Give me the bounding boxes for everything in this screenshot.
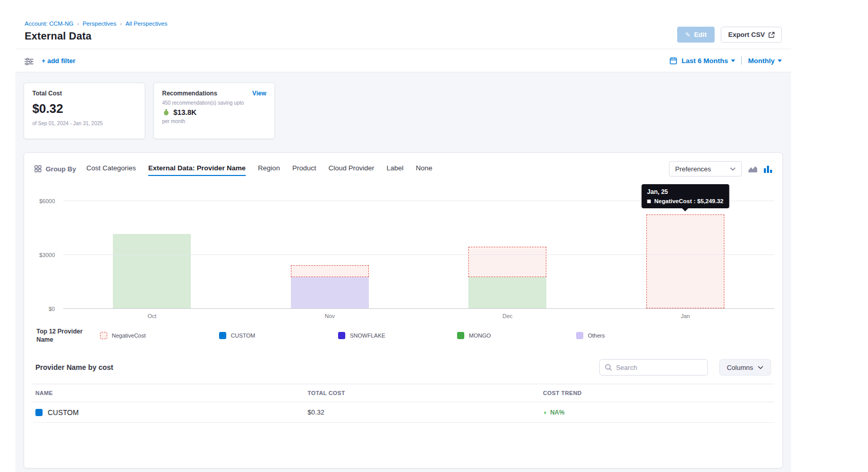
- total-cost-period: of Sep 01, 2024 - Jan 31, 2025: [32, 121, 136, 126]
- calendar-icon: [669, 57, 677, 65]
- breadcrumb: Account: CCM-NG›Perspectives›All Perspec…: [25, 21, 167, 27]
- legend-item-others[interactable]: Others: [576, 332, 695, 339]
- groupby-tab-none[interactable]: None: [416, 162, 432, 176]
- bar-jan[interactable]: [646, 201, 724, 308]
- breadcrumb-link[interactable]: Perspectives: [83, 21, 116, 27]
- legend-swatch: [100, 332, 107, 339]
- bar-nov[interactable]: [291, 201, 369, 308]
- columns-button[interactable]: Columns: [719, 359, 771, 376]
- legend-item-mongo[interactable]: MONGO: [457, 332, 576, 339]
- groupby-tab-cloud-provider[interactable]: Cloud Provider: [328, 162, 374, 176]
- header-actions: ✎ Edit Export CSV: [677, 21, 782, 43]
- chart-gridline: [63, 254, 774, 255]
- area-chart-toggle-icon[interactable]: [748, 165, 758, 173]
- legend-item-custom[interactable]: CUSTOM: [219, 332, 338, 339]
- chart-controls: Preferences: [669, 161, 772, 176]
- page-title: External Data: [25, 30, 167, 42]
- export-csv-label: Export CSV: [728, 31, 765, 38]
- legend-swatch: [576, 332, 583, 339]
- groupby-tabs: Cost CategoriesExternal Data: Provider N…: [86, 162, 432, 176]
- tooltip-entry: NegativeCost : $5,249.32: [654, 198, 723, 204]
- summary-cards: Total Cost $0.32 of Sep 01, 2024 - Jan 3…: [24, 83, 783, 139]
- search-input[interactable]: [616, 364, 702, 371]
- table-row[interactable]: CUSTOM$0.32▲NA%: [32, 402, 774, 423]
- content-area: Total Cost $0.32 of Sep 01, 2024 - Jan 3…: [15, 72, 791, 472]
- column-header-name[interactable]: NAME: [35, 390, 308, 396]
- total-cost-value: $0.32: [32, 102, 136, 116]
- external-link-icon: [768, 32, 775, 38]
- legend-swatch: [338, 332, 345, 339]
- cell-cost-trend: ▲NA%: [543, 409, 771, 416]
- app-root: Account: CCM-NG›Perspectives›All Perspec…: [15, 15, 791, 472]
- groupby-tab-cost-categories[interactable]: Cost Categories: [86, 162, 136, 176]
- table-title: Provider Name by cost: [35, 363, 113, 371]
- cell-total-cost: $0.32: [308, 408, 543, 416]
- provider-name: CUSTOM: [48, 408, 78, 417]
- recommendations-card: Recommendations View 450 recommendation(…: [153, 83, 275, 139]
- header-left: Account: CCM-NG›Perspectives›All Perspec…: [25, 21, 167, 42]
- cost-chart: $0$3000$6000 Jan, 25 NegativeCost : $5,2…: [32, 201, 774, 321]
- legend-label: MONGO: [469, 332, 491, 339]
- breadcrumb-separator: ›: [120, 21, 122, 27]
- tooltip-title: Jan, 25: [647, 188, 723, 195]
- column-header-total-cost[interactable]: TOTAL COST: [308, 390, 543, 396]
- legend-title: Top 12 Provider Name: [36, 327, 96, 344]
- edit-button[interactable]: ✎ Edit: [677, 27, 715, 43]
- chevron-down-icon: [758, 366, 763, 369]
- legend-item-snowflake[interactable]: SNOWFLAKE: [338, 332, 457, 339]
- recommendations-per: per month: [162, 119, 266, 124]
- groupby-tab-product[interactable]: Product: [292, 162, 317, 176]
- grid-icon: [34, 165, 42, 172]
- bar-dec[interactable]: [468, 201, 546, 308]
- search-box[interactable]: [599, 359, 708, 376]
- filter-settings-icon[interactable]: [25, 58, 33, 65]
- legend-item-negativecost[interactable]: NegativeCost: [100, 332, 219, 339]
- chart-tooltip: Jan, 25 NegativeCost : $5,249.32: [641, 184, 729, 208]
- view-recommendations-link[interactable]: View: [252, 90, 266, 97]
- legend-label: Others: [588, 332, 605, 339]
- groupby-tab-label[interactable]: Label: [386, 162, 403, 176]
- legend-swatch: [219, 332, 226, 339]
- bar-segment-negativecost[interactable]: [468, 247, 546, 277]
- chart-yticks: $0$3000$6000: [32, 201, 58, 309]
- table-header-row: NAMETOTAL COSTCOST TREND: [32, 384, 774, 402]
- trend-value: NA%: [550, 409, 564, 416]
- groupby-tab-region[interactable]: Region: [258, 162, 280, 176]
- legend-label: CUSTOM: [231, 332, 255, 339]
- chart-legend: Top 12 Provider Name NegativeCostCUSTOMS…: [32, 327, 774, 344]
- bar-segment-negativecost[interactable]: [291, 265, 369, 277]
- export-csv-button[interactable]: Export CSV: [721, 27, 782, 43]
- table-body: CUSTOM$0.32▲NA%: [32, 402, 774, 423]
- chevron-down-icon: [731, 60, 735, 64]
- divider: [741, 56, 742, 65]
- columns-button-label: Columns: [727, 364, 753, 371]
- legend-swatch: [457, 332, 464, 339]
- bar-segment-others[interactable]: [291, 277, 369, 308]
- x-axis-label: Nov: [325, 313, 335, 319]
- provider-table: NAMETOTAL COSTCOST TREND CUSTOM$0.32▲NA%: [32, 384, 774, 423]
- groupby-tab-external-data-provider-name[interactable]: External Data: Provider Name: [148, 162, 246, 176]
- breadcrumb-link[interactable]: Account: CCM-NG: [25, 21, 73, 27]
- provider-swatch: [35, 409, 43, 416]
- total-cost-label: Total Cost: [32, 90, 136, 97]
- breadcrumb-link[interactable]: All Perspectives: [125, 21, 167, 27]
- column-header-cost-trend[interactable]: COST TREND: [543, 390, 771, 396]
- bar-segment-mongo[interactable]: [113, 234, 191, 308]
- preferences-dropdown[interactable]: Preferences: [669, 161, 742, 176]
- trend-up-icon: ▲: [543, 410, 547, 415]
- edit-button-label: Edit: [694, 31, 707, 38]
- bar-segment-negativecost[interactable]: [646, 214, 724, 308]
- bar-segment-mongo[interactable]: [468, 277, 546, 308]
- breadcrumb-separator: ›: [77, 21, 79, 27]
- bar-chart-toggle-icon[interactable]: [764, 165, 772, 173]
- add-filter-button[interactable]: + add filter: [42, 57, 75, 65]
- legend-label: SNOWFLAKE: [350, 332, 385, 339]
- granularity-selector[interactable]: Monthly: [748, 57, 782, 65]
- recommendations-subtitle: 450 recommendation(s) saving upto: [162, 100, 266, 106]
- date-range-selector[interactable]: Last 6 Months: [681, 57, 735, 65]
- chart-plot: Jan, 25 NegativeCost : $5,249.32: [63, 201, 774, 309]
- search-icon: [605, 364, 612, 371]
- legend-items: NegativeCostCUSTOMSNOWFLAKEMONGOOthers: [100, 332, 774, 339]
- groupby-row: Group By Cost CategoriesExternal Data: P…: [32, 161, 774, 176]
- bar-oct[interactable]: [113, 201, 191, 308]
